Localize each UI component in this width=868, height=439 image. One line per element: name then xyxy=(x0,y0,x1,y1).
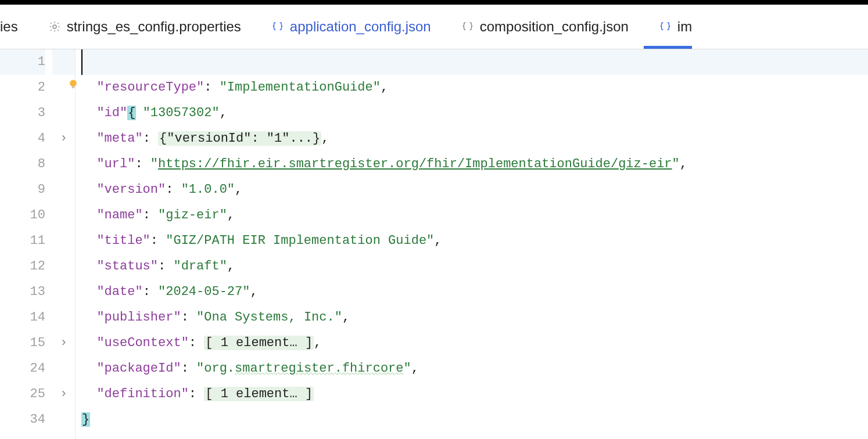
code-line: "status": "draft", xyxy=(81,254,868,279)
line-number: 8 xyxy=(0,152,45,177)
line-number: 12 xyxy=(0,254,45,279)
code-line: "packageId": "org.smartregister.fhircore… xyxy=(81,356,868,382)
line-number: 3 xyxy=(0,100,45,126)
code-line: "definition": [ 1 element… ] xyxy=(81,382,868,407)
braces-icon xyxy=(461,20,474,33)
fold-chevron-icon[interactable]: › xyxy=(60,382,67,407)
fold-chevron-icon[interactable]: › xyxy=(60,126,67,152)
code-line: "version": "1.0.0", xyxy=(81,177,868,203)
folded-region[interactable]: [ 1 element… ] xyxy=(204,336,314,350)
tab-label: im xyxy=(677,19,692,35)
line-number: 10 xyxy=(0,203,45,228)
json-key: "url" xyxy=(96,157,135,171)
json-value: "giz-eir" xyxy=(158,208,227,222)
line-number: 4 xyxy=(0,126,45,152)
line-number: 2 xyxy=(0,75,45,100)
code-area[interactable]: { "resourceType": "ImplementationGuide",… xyxy=(76,49,868,439)
json-value: "draft" xyxy=(173,259,227,274)
tab-active-partial[interactable]: im xyxy=(644,5,692,49)
tab-composition-config[interactable]: composition_config.json xyxy=(446,5,644,49)
tab-label: strings_es_config.properties xyxy=(67,19,241,35)
fold-chevron-icon[interactable]: › xyxy=(60,330,67,356)
line-number: 11 xyxy=(0,228,45,254)
tab-application-config[interactable]: application_config.json xyxy=(256,5,446,49)
code-line: "meta": {"versionId": "1"...}, xyxy=(81,126,868,152)
code-line: "resourceType": "ImplementationGuide", xyxy=(81,75,868,100)
tab-properties-partial[interactable]: ies xyxy=(0,5,33,49)
line-number: 24 xyxy=(0,356,45,382)
json-key: "packageId" xyxy=(96,361,181,376)
brace-close: } xyxy=(81,412,90,427)
code-line: "date": "2024-05-27", xyxy=(81,279,868,305)
tab-strings-es-config[interactable]: strings_es_config.properties xyxy=(33,5,256,49)
line-number: 14 xyxy=(0,305,45,330)
code-line: "publisher": "Ona Systems, Inc.", xyxy=(81,305,868,330)
lightbulb-icon[interactable] xyxy=(67,78,79,90)
tab-label: ies xyxy=(0,19,18,35)
tab-label: composition_config.json xyxy=(480,19,629,35)
json-key: "status" xyxy=(96,259,158,274)
folded-region[interactable]: [ 1 element… ] xyxy=(204,387,314,401)
json-value: "GIZ/PATH EIR Implementation Guide" xyxy=(166,233,434,248)
folded-region[interactable]: {"versionId": "1"...} xyxy=(158,131,321,146)
gutter: 1 2 3 4 8 9 10 11 12 13 14 15 24 25 34 xyxy=(0,49,52,439)
json-key: "title" xyxy=(96,233,150,248)
json-key: "definition" xyxy=(96,387,188,401)
code-line: "name": "giz-eir", xyxy=(81,203,868,228)
json-value: "13057302" xyxy=(143,106,220,120)
code-line: "useContext": [ 1 element… ], xyxy=(81,330,868,356)
code-line: "title": "GIZ/PATH EIR Implementation Gu… xyxy=(81,228,868,254)
json-url-value[interactable]: https://fhir.eir.smartregister.org/fhir/… xyxy=(158,157,672,171)
json-key: "useContext" xyxy=(96,336,188,350)
json-key: "date" xyxy=(96,285,142,299)
code-line: "id": "13057302", xyxy=(81,100,868,126)
code-line: } xyxy=(81,407,868,433)
line-number: 9 xyxy=(0,177,45,203)
braces-icon xyxy=(659,20,672,33)
line-number: 15 xyxy=(0,330,45,356)
window-titlebar-dark xyxy=(0,0,868,5)
line-number: 1 xyxy=(0,49,45,75)
json-key: "version" xyxy=(96,182,166,197)
json-key: "publisher" xyxy=(96,310,181,325)
fold-column: › › › xyxy=(52,49,76,439)
line-number: 34 xyxy=(0,407,45,433)
text-cursor xyxy=(81,49,83,75)
editor-tab-bar: ies strings_es_config.properties applica… xyxy=(0,5,868,49)
line-number: 13 xyxy=(0,279,45,305)
svg-rect-2 xyxy=(72,87,75,88)
spellcheck-warning: smartregister.fhircore xyxy=(235,361,403,376)
json-value: "2024-05-27" xyxy=(158,285,250,299)
json-value: "1.0.0" xyxy=(181,182,235,197)
brace-open: { xyxy=(127,106,136,120)
editor-pane: 1 2 3 4 8 9 10 11 12 13 14 15 24 25 34 ›… xyxy=(0,49,868,439)
json-value: "Ona Systems, Inc." xyxy=(196,310,342,325)
code-line: { xyxy=(81,49,868,75)
json-value: "ImplementationGuide" xyxy=(220,80,381,95)
braces-icon xyxy=(271,20,284,33)
line-number: 25 xyxy=(0,382,45,407)
tab-label: application_config.json xyxy=(290,19,431,35)
gear-icon xyxy=(48,20,61,33)
svg-point-1 xyxy=(70,80,77,87)
code-line: "url": "https://fhir.eir.smartregister.o… xyxy=(81,152,868,177)
svg-point-0 xyxy=(53,25,56,28)
json-key: "name" xyxy=(96,208,142,222)
